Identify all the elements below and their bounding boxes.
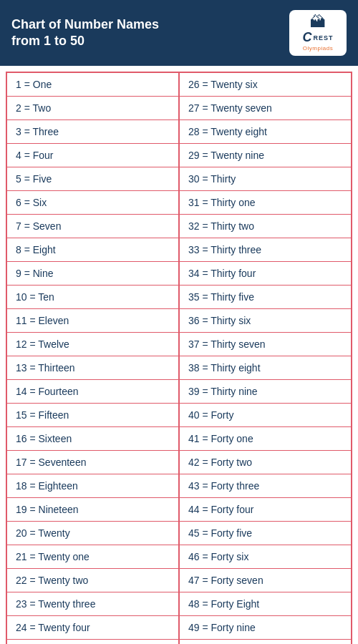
logo-sub: Olympiads [303, 45, 333, 52]
number-entry-left: 6 = Six [6, 191, 179, 215]
number-entry-right: 31 = Thirty one [179, 191, 352, 215]
table-row: 22 = Twenty two47 = Forty seven [6, 569, 352, 592]
logo-letter: C [302, 30, 311, 45]
table-row: 17 = Seventeen42 = Forty two [6, 451, 352, 474]
number-entry-right: 30 = Thirty [179, 167, 352, 191]
page-header: Chart of Number Names from 1 to 50 🏔 C R… [0, 0, 358, 66]
table-row: 12 = Twelve37 = Thirty seven [6, 333, 352, 356]
number-entry-right: 33 = Thirty three [179, 238, 352, 262]
number-entry-right: 42 = Forty two [179, 451, 352, 474]
number-entry-right: 26 = Twenty six [179, 72, 352, 97]
number-entry-left: 19 = Nineteen [6, 498, 179, 522]
table-row: 6 = Six31 = Thirty one [6, 191, 352, 215]
logo-brand: REST [313, 34, 333, 42]
number-names-table: 1 = One26 = Twenty six2 = Two27 = Twenty… [6, 72, 352, 644]
number-entry-right: 39 = Thirty nine [179, 380, 352, 404]
number-entry-right: 45 = Forty five [179, 522, 352, 545]
number-entry-right: 41 = Forty one [179, 427, 352, 451]
number-entry-left: 14 = Fourteen [6, 380, 179, 404]
number-entry-left: 23 = Twenty three [6, 592, 179, 616]
number-entry-right: 38 = Thirty eight [179, 356, 352, 380]
table-row: 7 = Seven32 = Thirty two [6, 215, 352, 238]
number-entry-left: 15 = Fifteen [6, 404, 179, 427]
table-row: 9 = Nine34 = Thirty four [6, 262, 352, 286]
number-entry-left: 5 = Five [6, 167, 179, 191]
number-entry-left: 13 = Thirteen [6, 356, 179, 380]
number-entry-right: 46 = Forty six [179, 545, 352, 569]
table-row: 23 = Twenty three48 = Forty Eight [6, 592, 352, 616]
number-entry-right: 43 = Forty three [179, 474, 352, 498]
number-entry-right: 48 = Forty Eight [179, 592, 352, 616]
table-row: 15 = Fifteen40 = Forty [6, 404, 352, 427]
table-row: 25 = Twenty five50 = Fifty [6, 640, 352, 645]
number-entry-right: 27 = Twenty seven [179, 97, 352, 120]
table-row: 21 = Twenty one46 = Forty six [6, 545, 352, 569]
table-row: 10 = Ten35 = Thirty five [6, 286, 352, 309]
table-row: 18 = Eighteen43 = Forty three [6, 474, 352, 498]
number-entry-right: 40 = Forty [179, 404, 352, 427]
number-entry-right: 32 = Thirty two [179, 215, 352, 238]
number-entry-right: 36 = Thirty six [179, 309, 352, 333]
number-entry-left: 12 = Twelve [6, 333, 179, 356]
table-row: 1 = One26 = Twenty six [6, 72, 352, 97]
number-entry-left: 3 = Three [6, 120, 179, 144]
number-entry-right: 34 = Thirty four [179, 262, 352, 286]
number-entry-left: 17 = Seventeen [6, 451, 179, 474]
number-entry-right: 29 = Twenty nine [179, 144, 352, 167]
number-entry-left: 21 = Twenty one [6, 545, 179, 569]
number-entry-right: 50 = Fifty [179, 640, 352, 645]
table-row: 14 = Fourteen39 = Thirty nine [6, 380, 352, 404]
table-row: 16 = Sixteen41 = Forty one [6, 427, 352, 451]
table-row: 20 = Twenty45 = Forty five [6, 522, 352, 545]
number-entry-left: 25 = Twenty five [6, 640, 179, 645]
page-title: Chart of Number Names from 1 to 50 [11, 16, 183, 50]
table-row: 2 = Two27 = Twenty seven [6, 97, 352, 120]
table-row: 5 = Five30 = Thirty [6, 167, 352, 191]
table-row: 11 = Eleven36 = Thirty six [6, 309, 352, 333]
number-entry-left: 8 = Eight [6, 238, 179, 262]
table-row: 3 = Three28 = Twenty eight [6, 120, 352, 144]
number-entry-left: 16 = Sixteen [6, 427, 179, 451]
table-row: 19 = Nineteen44 = Forty four [6, 498, 352, 522]
number-entry-left: 2 = Two [6, 97, 179, 120]
number-entry-left: 11 = Eleven [6, 309, 179, 333]
table-row: 8 = Eight33 = Thirty three [6, 238, 352, 262]
table-row: 13 = Thirteen38 = Thirty eight [6, 356, 352, 380]
number-entry-left: 20 = Twenty [6, 522, 179, 545]
table-row: 4 = Four29 = Twenty nine [6, 144, 352, 167]
table-container: 1 = One26 = Twenty six2 = Two27 = Twenty… [0, 66, 358, 644]
number-entry-right: 44 = Forty four [179, 498, 352, 522]
number-entry-right: 28 = Twenty eight [179, 120, 352, 144]
number-entry-left: 18 = Eighteen [6, 474, 179, 498]
number-entry-right: 37 = Thirty seven [179, 333, 352, 356]
logo: 🏔 C REST Olympiads [289, 10, 347, 56]
number-entry-right: 35 = Thirty five [179, 286, 352, 309]
number-entry-left: 1 = One [6, 72, 179, 97]
number-entry-left: 7 = Seven [6, 215, 179, 238]
number-entry-right: 47 = Forty seven [179, 569, 352, 592]
number-entry-left: 24 = Twenty four [6, 616, 179, 640]
number-entry-left: 4 = Four [6, 144, 179, 167]
number-entry-left: 10 = Ten [6, 286, 179, 309]
table-row: 24 = Twenty four49 = Forty nine [6, 616, 352, 640]
number-entry-left: 9 = Nine [6, 262, 179, 286]
logo-mountain-icon: 🏔 [310, 14, 326, 30]
number-entry-left: 22 = Twenty two [6, 569, 179, 592]
number-entry-right: 49 = Forty nine [179, 616, 352, 640]
